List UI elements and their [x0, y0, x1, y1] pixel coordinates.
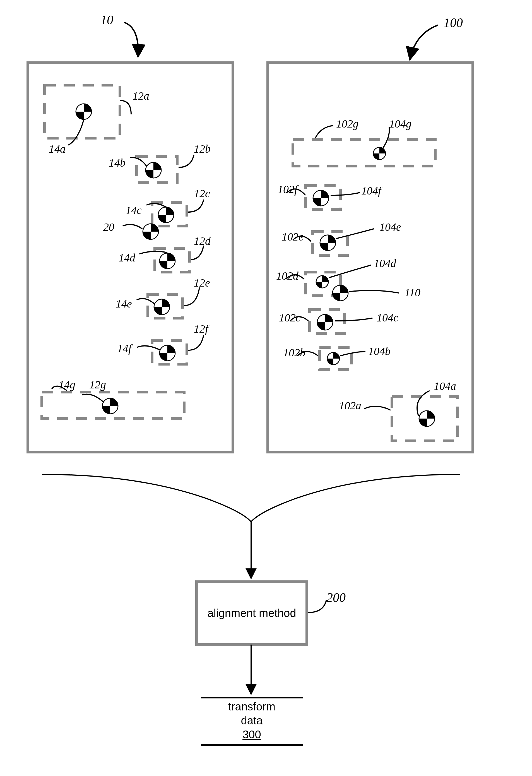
label-104e: 104e: [379, 220, 401, 233]
centroid-14d: [160, 253, 175, 269]
output-line1: transform: [201, 701, 303, 713]
label-12c: 12c: [194, 187, 210, 200]
label-110: 110: [405, 286, 421, 299]
centroid-14g: [102, 398, 118, 414]
label-14g: 14g: [59, 378, 75, 391]
label-102e: 102e: [282, 230, 303, 243]
centroid-104a: [419, 411, 435, 426]
centroid-104e: [320, 235, 336, 250]
label-14e: 14e: [116, 297, 132, 310]
label-12d: 12d: [194, 234, 211, 247]
label-102a: 102a: [339, 399, 361, 412]
label-104d: 104d: [374, 257, 396, 270]
centroid-104d: [316, 276, 328, 288]
label-102g: 102g: [336, 117, 358, 130]
label-12b: 12b: [194, 142, 211, 155]
merge-brace: [42, 474, 460, 522]
label-104c: 104c: [376, 311, 398, 324]
left-regions: [42, 85, 190, 419]
leader-200: [308, 600, 326, 612]
label-14d: 14d: [118, 251, 135, 264]
label-10: 10: [100, 13, 113, 27]
label-102b: 102b: [283, 346, 305, 359]
label-14a: 14a: [49, 142, 65, 155]
label-104a: 104a: [434, 380, 456, 393]
centroid-14b: [146, 162, 161, 178]
process-text: alignment method: [197, 607, 307, 619]
centroid-104g: [373, 147, 385, 160]
output-line2: data: [201, 714, 303, 727]
label-200: 200: [326, 590, 346, 605]
label-102f: 102f: [278, 183, 297, 196]
centroid-14c: [158, 207, 174, 223]
label-104g: 104g: [389, 117, 412, 130]
label-14f: 14f: [117, 342, 131, 355]
centroid-14f: [160, 345, 175, 361]
label-102c: 102c: [279, 311, 301, 324]
centroid-20: [143, 224, 159, 239]
label-104f: 104f: [361, 184, 381, 197]
centroid-104b: [327, 352, 339, 365]
label-20: 20: [103, 220, 114, 233]
centroid-104c: [317, 315, 333, 330]
label-104b: 104b: [368, 345, 390, 358]
arrow-to-left-panel: [124, 22, 138, 56]
label-100: 100: [444, 15, 463, 30]
arrow-to-right-panel: [410, 25, 438, 58]
region-102g: [293, 140, 435, 166]
label-14b: 14b: [109, 156, 125, 169]
right-panel: [268, 63, 473, 452]
centroid-104f: [313, 190, 329, 206]
label-102d: 102d: [276, 269, 298, 282]
label-14c: 14c: [125, 204, 142, 217]
label-12g: 12g: [89, 378, 106, 391]
centroid-110: [332, 285, 348, 301]
centroid-14e: [154, 299, 170, 315]
centroid-14a: [76, 104, 91, 120]
label-12a: 12a: [132, 89, 149, 103]
label-12f: 12f: [194, 322, 208, 335]
output-ref: 300: [201, 728, 303, 741]
page: 10 100 12a 14a 12b 14b 12c 14c 20 12d 14…: [0, 0, 532, 776]
label-12e: 12e: [194, 276, 210, 289]
